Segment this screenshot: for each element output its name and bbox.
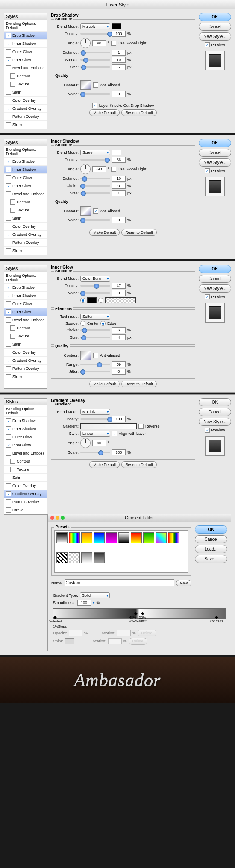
preset-swatch[interactable]	[56, 532, 68, 543]
ok-button[interactable]: OK	[199, 265, 231, 273]
contour-picker[interactable]	[80, 80, 91, 90]
color-swatch[interactable]	[112, 23, 121, 29]
sidebar-item-texture[interactable]: Texture	[4, 80, 47, 88]
noise-input[interactable]	[112, 290, 126, 296]
range-input[interactable]	[112, 361, 126, 367]
sidebar-item-coloroverlay[interactable]: Color Overlay	[4, 97, 47, 105]
check-icon[interactable]: ✓	[6, 426, 11, 431]
check-icon[interactable]: ✓	[6, 33, 11, 38]
range-slider[interactable]	[80, 364, 110, 365]
sidebar-item-outerglow[interactable]: Outer Glow	[4, 433, 47, 441]
check-icon[interactable]	[6, 366, 11, 371]
noise-input[interactable]	[112, 217, 126, 223]
check-icon[interactable]: ✓	[6, 232, 11, 237]
opacity-slider[interactable]	[80, 33, 110, 35]
opacity-slider[interactable]	[80, 418, 110, 420]
check-icon[interactable]: ✓	[6, 167, 11, 172]
zoom-icon[interactable]	[61, 516, 65, 520]
jitter-slider[interactable]	[80, 371, 110, 372]
check-icon[interactable]	[6, 317, 11, 323]
ok-button[interactable]: OK	[199, 398, 231, 406]
check-icon[interactable]	[6, 451, 11, 456]
sidebar-item-stroke[interactable]: Stroke	[4, 373, 47, 381]
opacity-input[interactable]	[112, 157, 126, 163]
check-icon[interactable]	[6, 122, 11, 127]
check-icon[interactable]	[6, 248, 11, 253]
check-icon[interactable]	[6, 475, 11, 480]
sidebar-item-coloroverlay[interactable]: Color Overlay	[4, 223, 47, 231]
useglobal-check[interactable]	[111, 41, 116, 46]
check-icon[interactable]: ✓	[6, 106, 11, 111]
sidebar-item-coloroverlay[interactable]: Color Overlay	[4, 349, 47, 357]
sidebar-item-bevel[interactable]: Bevel and Emboss	[4, 64, 47, 72]
scale-slider[interactable]	[80, 452, 110, 453]
cancel-button[interactable]: Cancel	[195, 535, 227, 543]
edge-radio[interactable]	[100, 321, 106, 326]
name-input[interactable]	[65, 579, 174, 586]
preset-swatch[interactable]	[131, 532, 142, 543]
choke-input[interactable]	[112, 183, 126, 189]
sidebar-item-innerglow[interactable]: ✓Inner Glow	[4, 308, 47, 316]
center-radio[interactable]	[80, 321, 85, 326]
sidebar-item-innershadow[interactable]: ✓Inner Shadow	[4, 166, 47, 174]
cancel-button[interactable]: Cancel	[199, 275, 231, 283]
color-swatch[interactable]	[112, 150, 121, 155]
smooth-input[interactable]	[77, 600, 91, 606]
anti-check[interactable]	[93, 353, 98, 358]
check-icon[interactable]	[6, 90, 11, 95]
ok-button[interactable]: OK	[195, 525, 227, 534]
sidebar-item-outerglow[interactable]: Outer Glow	[4, 48, 47, 56]
sidebar-item-dropshadow[interactable]: ✓Drop Shadow	[4, 284, 47, 292]
sidebar-item-stroke[interactable]: Stroke	[4, 121, 47, 129]
blending-options[interactable]: Blending Options: Default	[4, 272, 47, 284]
check-icon[interactable]	[6, 499, 11, 504]
sidebar-item-innerglow[interactable]: ✓Inner Glow	[4, 441, 47, 449]
preset-swatch[interactable]	[94, 532, 105, 543]
knocks-check[interactable]: ✓	[92, 103, 97, 108]
reset-default-button[interactable]: Reset to Default	[121, 229, 157, 236]
sidebar-item-contour[interactable]: Contour	[4, 457, 47, 466]
sidebar-item-gradientoverlay[interactable]: ✓Gradient Overlay	[4, 231, 47, 239]
preset-swatch[interactable]	[156, 532, 167, 543]
preview-check[interactable]: ✓	[205, 294, 210, 299]
traffic-lights[interactable]	[50, 516, 65, 520]
make-default-button[interactable]: Make Default	[89, 381, 120, 387]
scale-input[interactable]	[112, 449, 126, 455]
sidebar-item-satin[interactable]: Satin	[4, 88, 47, 97]
color-swatch[interactable]	[87, 297, 97, 303]
check-icon[interactable]	[10, 82, 15, 87]
reverse-check[interactable]	[138, 424, 144, 429]
save-button[interactable]: Save...	[195, 555, 227, 563]
jitter-input[interactable]	[112, 369, 126, 375]
choke-input[interactable]	[112, 327, 126, 333]
check-icon[interactable]	[6, 114, 11, 119]
sidebar-item-dropshadow[interactable]: ✓Drop Shadow	[4, 32, 47, 40]
check-icon[interactable]	[6, 483, 11, 488]
noise-slider[interactable]	[80, 93, 110, 95]
make-default-button[interactable]: Make Default	[89, 109, 120, 116]
cancel-button[interactable]: Cancel	[199, 23, 231, 31]
distance-slider[interactable]	[80, 178, 110, 179]
check-icon[interactable]	[10, 467, 15, 472]
gradient-radio[interactable]	[98, 298, 103, 303]
sidebar-item-contour[interactable]: Contour	[4, 324, 47, 332]
gradient-picker[interactable]	[105, 297, 136, 303]
angle-dial[interactable]	[80, 438, 91, 448]
cancel-button[interactable]: Cancel	[199, 408, 231, 416]
angle-input[interactable]	[92, 40, 106, 46]
size-input[interactable]	[112, 334, 126, 340]
preset-swatch[interactable]	[56, 552, 68, 563]
preview-check[interactable]: ✓	[205, 168, 210, 173]
gradient-stop[interactable]: 50%#ffffff	[139, 611, 147, 623]
sidebar-item-contour[interactable]: Contour	[4, 198, 47, 206]
check-icon[interactable]: ✓	[6, 183, 11, 188]
gradient-ramp[interactable]: #ededed 48%#2e2e2e 50%#ffffff #646363	[53, 608, 226, 619]
check-icon[interactable]	[6, 374, 11, 379]
sidebar-item-stroke[interactable]: Stroke	[4, 247, 47, 255]
check-icon[interactable]	[6, 507, 11, 513]
check-icon[interactable]	[10, 73, 15, 79]
cancel-button[interactable]: Cancel	[199, 149, 231, 157]
sidebar-item-bevel[interactable]: Bevel and Emboss	[4, 316, 47, 324]
gradient-stop[interactable]: #646363	[210, 615, 223, 623]
check-icon[interactable]: ✓	[6, 358, 11, 363]
